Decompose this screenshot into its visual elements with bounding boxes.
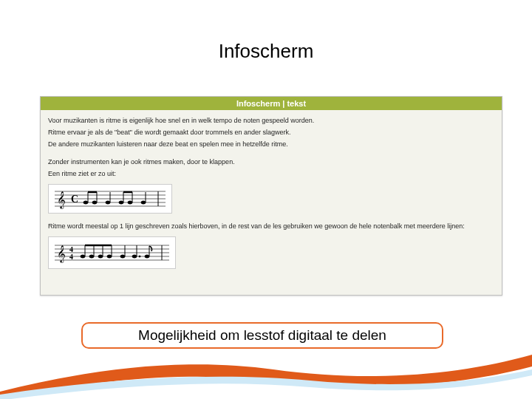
svg-point-16 xyxy=(128,201,132,204)
paragraph: Een ritme ziet er zo uit: xyxy=(48,169,494,180)
svg-point-7 xyxy=(83,201,88,204)
svg-point-41 xyxy=(132,255,137,258)
paragraph: Ritme ervaar je als de "beat" die wordt … xyxy=(48,128,494,138)
svg-point-32 xyxy=(89,255,94,258)
svg-point-44 xyxy=(145,255,149,258)
svg-point-36 xyxy=(107,255,112,258)
svg-point-14 xyxy=(119,201,123,204)
caption-pill: Mogelijkheid om lesstof digitaal te dele… xyxy=(81,322,443,349)
svg-text:4: 4 xyxy=(69,253,73,261)
svg-point-12 xyxy=(106,201,110,204)
svg-point-19 xyxy=(141,201,146,204)
svg-text:𝄞: 𝄞 xyxy=(57,191,66,209)
music-notation-full-staff: 𝄞 4 4 xyxy=(48,236,176,269)
music-notation-single-line: 𝄞 C xyxy=(48,184,172,214)
infoscreen-header: Infoscherm | tekst xyxy=(41,97,502,110)
caption-text: Mogelijkheid om lesstof digitaal te dele… xyxy=(138,327,386,344)
svg-point-30 xyxy=(81,255,85,258)
paragraph: De andere muzikanten luisteren naar deze… xyxy=(48,140,494,150)
svg-text:C: C xyxy=(71,194,78,205)
paragraph: Ritme wordt meestal op 1 lijn geschreven… xyxy=(48,222,494,232)
svg-point-43 xyxy=(139,256,140,257)
svg-point-34 xyxy=(98,255,103,258)
svg-point-39 xyxy=(120,255,125,258)
infoscreen-card: Infoscherm | tekst Voor muzikanten is ri… xyxy=(40,96,502,296)
decoration-swoosh xyxy=(0,340,532,399)
infoscreen-body: Voor muzikanten is ritme is eigenlijk ho… xyxy=(41,110,502,283)
paragraph: Voor muzikanten is ritme is eigenlijk ho… xyxy=(48,116,494,126)
svg-text:𝄞: 𝄞 xyxy=(57,245,66,263)
slide-title: Infoscherm xyxy=(0,40,532,63)
paragraph: Zonder instrumenten kan je ook ritmes ma… xyxy=(48,157,494,168)
svg-point-9 xyxy=(92,201,97,204)
